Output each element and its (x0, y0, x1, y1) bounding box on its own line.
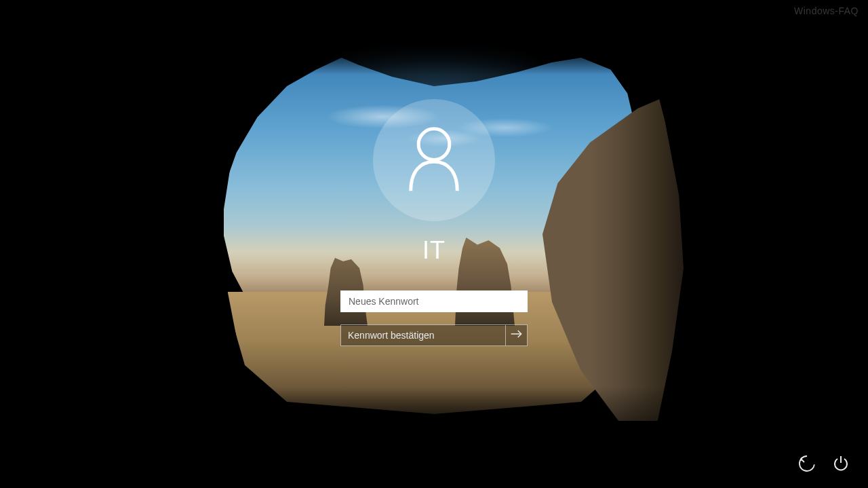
svg-point-0 (418, 129, 450, 160)
submit-button[interactable] (506, 324, 528, 346)
new-password-row (340, 290, 528, 312)
ease-of-access-button[interactable] (797, 455, 816, 474)
power-icon (832, 455, 850, 475)
ease-of-access-icon (798, 455, 816, 475)
user-avatar (373, 99, 495, 221)
confirm-password-row (340, 324, 528, 346)
arrow-right-icon (510, 329, 524, 342)
login-panel: IT (340, 99, 528, 346)
person-icon (403, 125, 465, 195)
power-button[interactable] (831, 455, 850, 474)
bottom-controls (797, 455, 850, 474)
username-label: IT (422, 236, 446, 265)
password-input-group (340, 290, 528, 346)
new-password-input[interactable] (340, 290, 528, 312)
watermark-text: Windows-FAQ (794, 5, 859, 16)
confirm-password-input[interactable] (340, 324, 506, 346)
